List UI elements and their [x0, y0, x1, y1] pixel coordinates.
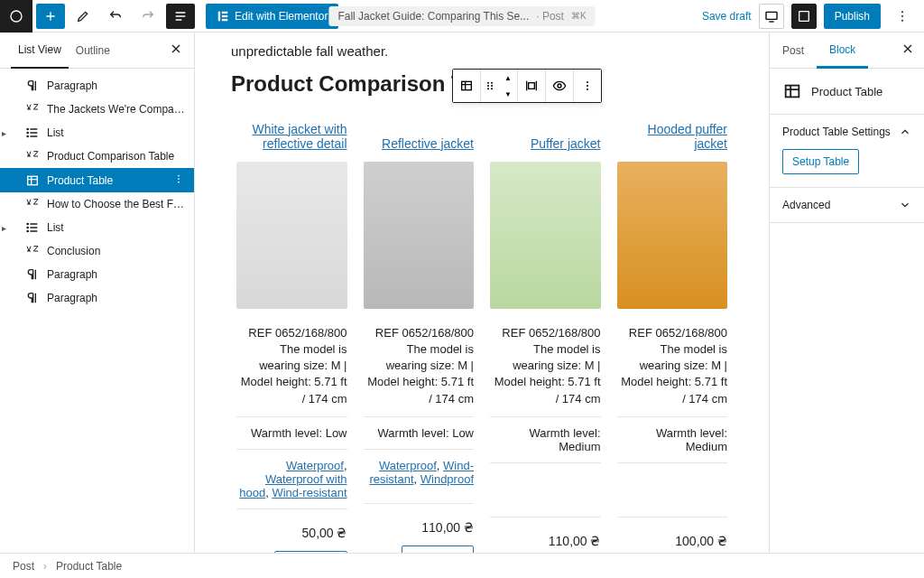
svg-point-25 — [487, 88, 489, 89]
breadcrumb-bar: Post › Product Table — [0, 553, 924, 578]
save-draft-button[interactable]: Save draft — [702, 10, 752, 23]
product-title-link[interactable]: Puffer jacket — [490, 117, 601, 151]
tree-item-4[interactable]: Product Table — [0, 168, 194, 192]
svg-rect-3 — [222, 14, 227, 16]
options-button[interactable] — [888, 4, 917, 29]
tree-item-0[interactable]: Paragraph — [0, 74, 194, 98]
product-title-link[interactable]: Reflective jacket — [364, 117, 475, 151]
product-price: 110,00 ₴ — [490, 534, 601, 548]
close-settings-button[interactable] — [892, 42, 924, 59]
block-card: Product Table — [770, 69, 924, 115]
chevron-right-icon[interactable]: ▸ — [2, 223, 6, 233]
breadcrumb-root[interactable]: Post — [13, 560, 34, 573]
redo-icon — [141, 9, 155, 23]
product-warmth: Warmth level: Low — [236, 426, 347, 450]
plus-icon — [43, 9, 58, 23]
svg-point-0 — [11, 11, 22, 22]
tree-item-5[interactable]: How to Choose the Best Fall Jacket for Y… — [0, 192, 194, 216]
product-tags — [490, 472, 601, 517]
block-tree: ParagraphThe Jackets We're Comparing▸Lis… — [0, 69, 194, 315]
add-to-cart-button[interactable]: Add to cart — [274, 551, 346, 553]
edit-with-elementor-button[interactable]: Edit with Elementor — [206, 4, 338, 29]
wp-logo-button[interactable] — [0, 0, 32, 33]
svg-point-16 — [178, 182, 180, 183]
align-icon — [524, 79, 539, 93]
tree-item-8[interactable]: Paragraph — [0, 263, 194, 286]
svg-point-31 — [587, 89, 588, 90]
product-title-link[interactable]: White jacket with reflective detail — [236, 117, 347, 151]
product-image[interactable] — [617, 162, 728, 309]
svg-rect-5 — [766, 12, 777, 19]
block-type-icon — [25, 220, 40, 235]
tree-item-7[interactable]: Conclusion — [0, 239, 194, 263]
product-meta: REF 0652/168/800The model is wearing siz… — [236, 325, 347, 417]
eye-icon — [552, 79, 567, 93]
tree-item-9[interactable]: Paragraph — [0, 286, 194, 310]
svg-point-18 — [27, 227, 28, 228]
move-up-button[interactable]: ▲ — [499, 70, 517, 86]
redo-button[interactable] — [134, 4, 162, 29]
svg-point-15 — [178, 178, 180, 180]
setup-table-button[interactable]: Setup Table — [782, 149, 859, 174]
document-title-bar[interactable]: Fall Jacket Guide: Comparing This Se... … — [328, 6, 595, 26]
tree-item-label: How to Choose the Best Fall Jacket for Y… — [47, 198, 185, 210]
tab-block[interactable]: Block — [817, 33, 868, 69]
svg-rect-13 — [28, 176, 38, 184]
svg-rect-2 — [222, 11, 227, 13]
svg-point-7 — [901, 11, 903, 13]
tree-item-6[interactable]: ▸List — [0, 216, 194, 239]
undo-button[interactable] — [101, 4, 130, 29]
chevron-right-icon[interactable]: ▸ — [2, 128, 6, 138]
product-tags: Waterproof, Wind-resistant, Windproof — [364, 459, 475, 504]
svg-point-26 — [491, 88, 493, 89]
tab-list-view[interactable]: List View — [11, 33, 69, 69]
svg-rect-6 — [799, 11, 808, 21]
product-warmth: Warmth level: Medium — [490, 426, 601, 463]
product-column-1: Reflective jacketREF 0652/168/800The mod… — [364, 117, 475, 554]
tools-button[interactable] — [69, 4, 97, 29]
tree-item-label: Product Table — [47, 174, 113, 187]
move-down-button[interactable]: ▼ — [499, 86, 517, 102]
svg-point-12 — [27, 135, 28, 136]
svg-point-22 — [491, 82, 493, 84]
block-type-icon — [25, 126, 40, 140]
product-image[interactable] — [490, 162, 601, 309]
document-overview-button[interactable] — [166, 4, 195, 29]
drag-handle[interactable] — [481, 70, 499, 102]
block-type-button[interactable] — [453, 70, 480, 102]
panel-settings-header[interactable]: Product Table Settings — [770, 115, 924, 149]
align-button[interactable] — [518, 70, 545, 102]
tree-item-label: Conclusion — [47, 245, 100, 257]
editor-canvas[interactable]: ▲ ▼ unpredictable fall weather. Product … — [195, 33, 769, 553]
product-image[interactable] — [236, 162, 347, 309]
preview-desktop-button[interactable] — [759, 4, 784, 29]
preview-block-button[interactable] — [546, 70, 573, 102]
panel-advanced-header[interactable]: Advanced — [770, 188, 924, 222]
product-price: 110,00 ₴ — [364, 520, 475, 535]
product-image[interactable] — [364, 162, 475, 309]
block-type-icon — [25, 102, 40, 117]
add-block-button[interactable] — [36, 4, 65, 29]
svg-point-14 — [178, 175, 180, 177]
product-table-block[interactable]: White jacket with reflective detailREF 0… — [231, 111, 733, 554]
block-type-icon — [25, 197, 40, 211]
product-title-link[interactable]: Hooded puffer jacket — [617, 117, 728, 151]
tree-item-options[interactable] — [172, 172, 185, 188]
product-warmth: Warmth level: Low — [364, 426, 475, 450]
close-list-view-button[interactable] — [169, 42, 183, 59]
product-column-2: Puffer jacketREF 0652/168/800The model i… — [490, 117, 601, 554]
tree-item-3[interactable]: Product Comparison Table — [0, 144, 194, 168]
breadcrumb-current[interactable]: Product Table — [56, 560, 122, 573]
svg-point-24 — [491, 85, 493, 87]
product-price: 50,00 ₴ — [236, 526, 347, 540]
add-to-cart-button[interactable]: Add to cart — [402, 545, 474, 553]
paragraph-block[interactable]: unpredictable fall weather. — [231, 42, 733, 62]
tree-item-1[interactable]: The Jackets We're Comparing — [0, 98, 194, 121]
product-meta: REF 0652/168/800The model is wearing siz… — [490, 325, 601, 417]
block-options-button[interactable] — [574, 70, 601, 102]
tab-post[interactable]: Post — [770, 33, 817, 69]
preview-button[interactable] — [791, 4, 817, 29]
tab-outline[interactable]: Outline — [69, 33, 117, 69]
tree-item-2[interactable]: ▸List — [0, 121, 194, 144]
publish-button[interactable]: Publish — [824, 4, 881, 29]
